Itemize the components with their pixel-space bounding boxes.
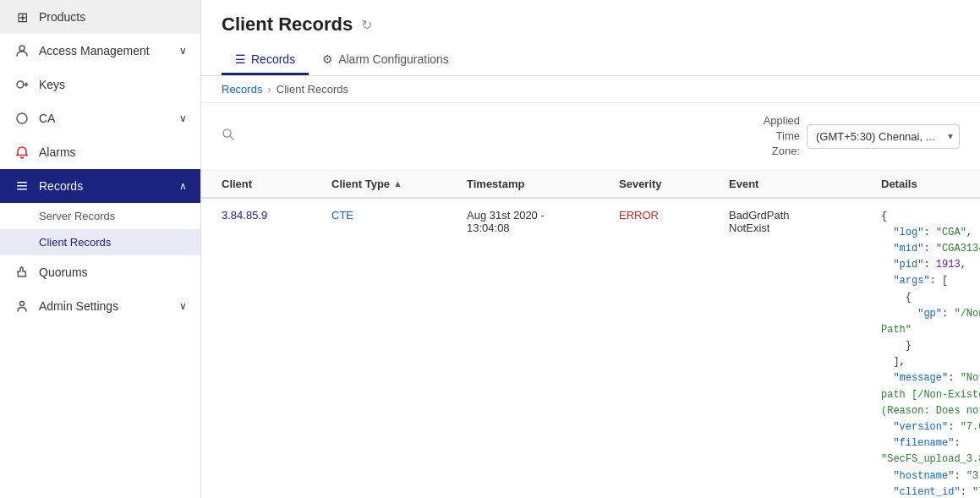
sort-asc-icon: ▲ [393,178,402,189]
breadcrumb: Records › Client Records [201,76,980,103]
tab-records-icon: ☰ [235,52,246,66]
svg-rect-3 [17,182,27,183]
main-content: Client Records ↻ ☰ Records ⚙ Alarm Confi… [201,0,980,498]
key-icon [14,76,30,93]
tab-records-label: Records [251,52,295,66]
table-header: Client Client Type ▲ Timestamp Severity … [201,171,980,199]
col-label-timestamp: Timestamp [467,178,524,190]
col-header-event: Event [729,178,881,190]
sidebar-item-quorums[interactable]: Quorums [0,255,200,289]
col-header-client: Client [222,178,331,190]
col-header-severity: Severity [619,178,729,190]
timezone-label: AppliedTimeZone: [764,113,800,160]
col-header-client-type[interactable]: Client Type ▲ [331,178,467,190]
content-area: Records › Client Records AppliedTimeZone… [201,76,980,498]
cell-severity: ERROR [619,209,729,222]
gear-icon: ⚙ [322,52,333,66]
table-body: 3.84.85.9 CTE Aug 31st 2020 -13:04:08 ER… [201,199,980,498]
thumbs-up-icon [14,264,30,281]
server-records-label: Server Records [39,210,115,222]
col-label-client: Client [222,178,252,190]
toolbar: AppliedTimeZone: (GMT+5:30) Chennai, ...… [201,103,980,171]
sidebar: ⊞ Products Access Management ∨ Keys CA ∨… [0,0,201,498]
col-header-timestamp: Timestamp [467,178,619,190]
cell-details: { "log": "CGA", "mid": "CGA3134E", "pid"… [881,209,980,498]
timezone-select[interactable]: (GMT+5:30) Chennai, ... [807,124,960,149]
sidebar-label-access-management: Access Management [39,44,171,57]
sidebar-item-admin-settings[interactable]: Admin Settings ∨ [0,289,200,323]
records-icon [14,178,30,194]
svg-point-6 [20,302,25,306]
client-records-label: Client Records [39,236,111,249]
cell-client[interactable]: 3.84.85.9 [222,209,331,222]
sidebar-item-ca[interactable]: CA ∨ [0,101,200,135]
sidebar-item-products[interactable]: ⊞ Products [0,0,200,34]
breadcrumb-separator: › [267,83,271,96]
sidebar-sub-item-client-records[interactable]: Client Records [0,229,200,255]
sidebar-item-records[interactable]: Records ∧ [0,169,200,203]
svg-point-0 [19,46,25,51]
sidebar-label-products: Products [39,10,187,24]
col-label-event: Event [729,178,758,190]
page-title: Client Records [222,14,353,36]
refresh-icon[interactable]: ↻ [361,17,372,33]
sidebar-item-access-management[interactable]: Access Management ∨ [0,34,200,68]
cell-event: BadGrdPathNotExist [729,209,881,234]
tab-alarm-configurations-label: Alarm Configurations [338,52,449,66]
search-icon [222,128,235,145]
sidebar-item-alarms[interactable]: Alarms [0,135,200,169]
bell-icon [14,144,30,161]
table-row: 3.84.85.9 CTE Aug 31st 2020 -13:04:08 ER… [201,199,980,498]
chevron-down-icon: ∨ [179,45,187,57]
chevron-up-icon-records: ∧ [179,180,187,192]
admin-icon [14,298,30,315]
grid-icon: ⊞ [14,8,30,25]
sidebar-label-alarms: Alarms [39,145,187,159]
sidebar-label-keys: Keys [39,78,187,91]
page-header: Client Records ↻ ☰ Records ⚙ Alarm Confi… [201,0,980,76]
breadcrumb-parent[interactable]: Records [222,83,262,96]
breadcrumb-current: Client Records [276,83,348,96]
cell-timestamp: Aug 31st 2020 -13:04:08 [467,209,619,234]
svg-rect-4 [17,185,27,187]
col-label-client-type: Client Type [331,178,390,190]
col-header-details: Details [881,178,960,190]
cell-client-type: CTE [331,209,467,222]
timezone-section: AppliedTimeZone: (GMT+5:30) Chennai, ...… [764,113,960,160]
sidebar-label-admin-settings: Admin Settings [39,299,171,313]
sidebar-item-keys[interactable]: Keys [0,68,200,101]
timezone-select-wrap: (GMT+5:30) Chennai, ... ▾ [807,124,960,149]
svg-point-2 [17,113,27,123]
sidebar-label-ca: CA [39,112,171,125]
sidebar-label-quorums: Quorums [39,265,187,279]
sidebar-sub-item-server-records[interactable]: Server Records [0,203,200,229]
col-label-severity: Severity [619,178,662,190]
tab-records[interactable]: ☰ Records [222,46,309,75]
tab-bar: ☰ Records ⚙ Alarm Configurations [222,46,960,75]
chevron-down-icon-admin: ∨ [179,300,187,312]
svg-rect-5 [17,189,27,190]
sidebar-label-records: Records [39,179,171,193]
tab-alarm-configurations[interactable]: ⚙ Alarm Configurations [309,46,463,75]
user-icon [14,42,30,59]
col-label-details: Details [881,178,917,190]
svg-line-8 [230,136,233,140]
chevron-down-icon-ca: ∨ [179,112,187,124]
ca-icon [14,110,30,127]
